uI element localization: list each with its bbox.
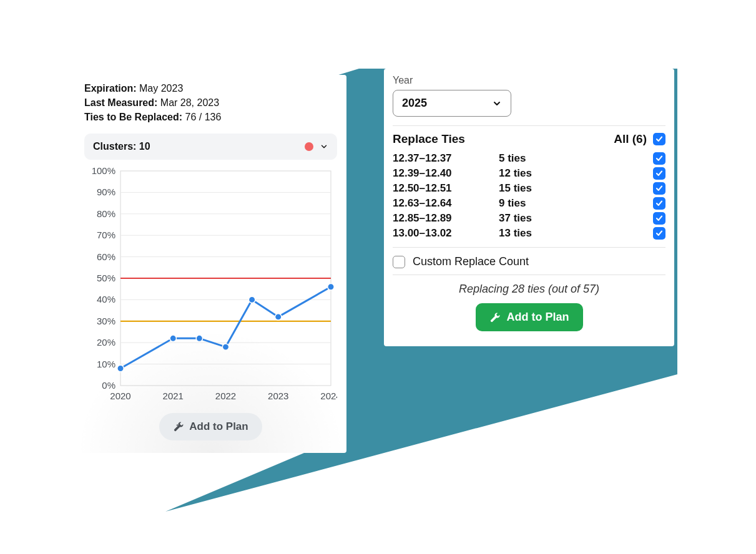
tie-row: 12.85–12.8937 ties — [393, 211, 665, 226]
tie-count: 13 ties — [499, 227, 653, 240]
tie-count: 12 ties — [499, 167, 653, 180]
tie-row: 12.50–12.5115 ties — [393, 181, 665, 196]
checkbox-tie-1[interactable] — [653, 167, 665, 180]
add-to-plan-button-left[interactable]: Add to Plan — [159, 413, 262, 440]
svg-point-33 — [275, 313, 282, 319]
last-measured-label: Last Measured: — [84, 97, 157, 108]
ties-replaced-line: Ties to Be Replaced: 76 / 136 — [84, 110, 337, 124]
svg-text:100%: 100% — [92, 167, 115, 176]
trend-chart: 0%10%20%30%40%50%60%70%80%90%100%2020202… — [84, 167, 337, 404]
add-to-plan-label-right: Add to Plan — [507, 311, 569, 324]
divider — [393, 247, 665, 248]
year-select[interactable]: 2025 — [393, 90, 511, 117]
check-icon — [655, 154, 664, 163]
checkbox-custom-count[interactable] — [393, 256, 405, 268]
tie-range: 12.63–12.64 — [393, 197, 499, 210]
add-to-plan-button-right[interactable]: Add to Plan — [476, 303, 583, 331]
svg-text:10%: 10% — [97, 358, 115, 369]
svg-text:90%: 90% — [97, 187, 115, 197]
tie-range: 12.39–12.40 — [393, 167, 499, 180]
svg-text:2023: 2023 — [268, 391, 288, 401]
tie-range: 12.50–12.51 — [393, 182, 499, 195]
svg-text:40%: 40% — [97, 294, 115, 304]
svg-point-35 — [328, 283, 334, 289]
replace-ties-header: Replace Ties — [393, 132, 465, 146]
check-icon — [655, 135, 664, 143]
check-icon — [655, 199, 664, 208]
tie-row: 12.63–12.649 ties — [393, 196, 665, 211]
checkbox-tie-0[interactable] — [653, 152, 665, 165]
svg-text:2022: 2022 — [215, 391, 236, 401]
status-dot-icon — [305, 142, 313, 151]
ties-label: Ties to Be Replaced: — [84, 112, 182, 122]
last-measured-line: Last Measured: Mar 28, 2023 — [84, 95, 337, 110]
svg-text:0%: 0% — [102, 380, 115, 391]
tie-range: 13.00–13.02 — [393, 227, 499, 240]
left-panel: Expiration: May 2023 Last Measured: Mar … — [75, 75, 346, 453]
svg-text:60%: 60% — [97, 251, 115, 261]
tie-count: 9 ties — [499, 197, 653, 210]
year-value: 2025 — [402, 97, 427, 110]
wrench-icon — [489, 312, 501, 323]
check-icon — [655, 229, 664, 238]
svg-point-31 — [222, 343, 228, 349]
divider — [393, 275, 665, 275]
tie-range: 12.85–12.89 — [393, 212, 499, 225]
svg-text:70%: 70% — [97, 230, 115, 240]
ties-value: 76 / 136 — [182, 112, 221, 122]
svg-point-29 — [117, 365, 124, 371]
checkbox-all[interactable] — [653, 133, 665, 145]
expiration-value: May 2023 — [137, 83, 184, 94]
check-icon — [655, 214, 664, 223]
tie-range: 12.37–12.37 — [393, 152, 499, 165]
chevron-down-icon — [492, 99, 502, 109]
last-measured-value: Mar 28, 2023 — [157, 97, 219, 108]
year-label: Year — [393, 75, 665, 86]
right-panel: Year 2025 Replace Ties All (6) 12.37–12.… — [384, 69, 674, 346]
wrench-icon — [173, 421, 184, 432]
expiration-line: Expiration: May 2023 — [84, 81, 337, 95]
custom-replace-label: Custom Replace Count — [413, 255, 529, 268]
checkbox-tie-2[interactable] — [653, 182, 665, 195]
svg-point-32 — [196, 335, 202, 341]
add-to-plan-label-left: Add to Plan — [189, 420, 248, 433]
all-label: All (6) — [614, 132, 647, 146]
checkbox-tie-5[interactable] — [653, 227, 665, 240]
tie-row: 13.00–13.0213 ties — [393, 226, 665, 241]
svg-text:20%: 20% — [97, 337, 115, 347]
svg-point-34 — [248, 296, 255, 303]
replace-summary: Replacing 28 ties (out of 57) — [393, 283, 665, 296]
svg-text:50%: 50% — [97, 273, 115, 283]
clusters-label: Clusters: 10 — [93, 141, 150, 152]
tie-row: 12.39–12.4012 ties — [393, 166, 665, 181]
check-icon — [655, 184, 664, 193]
tie-count: 5 ties — [499, 152, 653, 165]
svg-text:80%: 80% — [97, 208, 115, 218]
svg-point-30 — [170, 335, 176, 341]
checkbox-tie-4[interactable] — [653, 212, 665, 225]
svg-text:2021: 2021 — [163, 391, 184, 401]
svg-text:2020: 2020 — [110, 391, 130, 401]
divider — [393, 125, 665, 126]
clusters-toggle[interactable]: Clusters: 10 — [84, 134, 337, 160]
svg-text:30%: 30% — [97, 315, 115, 326]
tie-row: 12.37–12.375 ties — [393, 151, 665, 166]
check-icon — [655, 169, 664, 178]
checkbox-tie-3[interactable] — [653, 197, 665, 210]
expiration-label: Expiration: — [84, 83, 137, 94]
chevron-down-icon — [320, 142, 328, 151]
svg-text:2024: 2024 — [320, 391, 337, 401]
tie-count: 15 ties — [499, 182, 653, 195]
tie-count: 37 ties — [499, 212, 653, 225]
